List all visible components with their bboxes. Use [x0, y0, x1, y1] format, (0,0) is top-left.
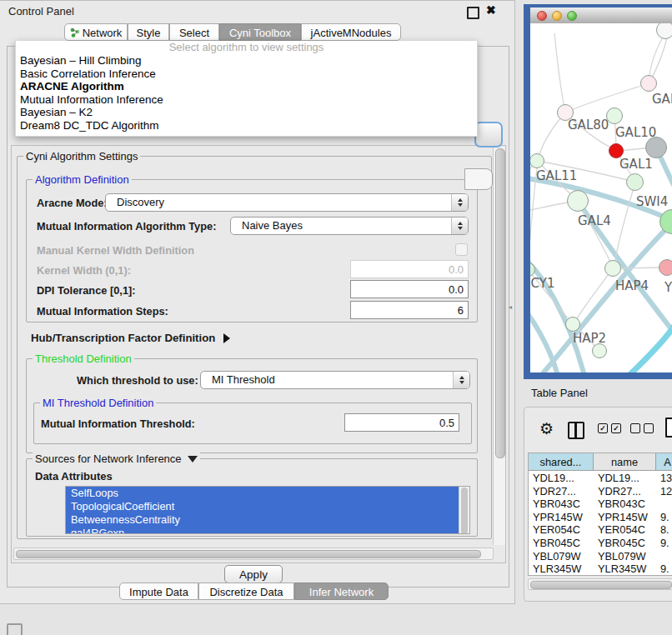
node-green-gal1-below[interactable] [626, 173, 644, 191]
settings-horizontal-scrollbar[interactable] [13, 548, 494, 560]
node-label: GAL10 [615, 125, 656, 140]
table-row[interactable]: YDR27... YDR27... 12 [529, 485, 672, 498]
kernel-width-input[interactable] [350, 260, 469, 278]
control-panel-title: Control Panel [8, 5, 74, 18]
table-row[interactable]: YPR145W YPR145W 9. [529, 511, 672, 524]
node-hap4[interactable] [604, 260, 621, 277]
apply-button[interactable]: Apply [224, 565, 283, 583]
table-horizontal-scrollbar[interactable] [528, 578, 672, 590]
splitpane-handle-icon[interactable]: ◂ [509, 303, 512, 311]
tab-cyni-toolbox[interactable]: Cyni Toolbox [219, 23, 301, 41]
settings-hscroll-thumb[interactable] [16, 550, 481, 558]
float-window-icon[interactable] [467, 7, 479, 19]
list-vertical-scrollbar[interactable] [459, 487, 469, 533]
mi-threshold-group-title: MI Threshold Definition [40, 397, 156, 409]
node-hap2[interactable] [565, 317, 580, 332]
node-label: GAL [652, 92, 672, 107]
checked-checkbox-icon[interactable]: ✓ [598, 423, 608, 433]
table-hscroll-thumb[interactable] [530, 581, 672, 589]
tab-jactivemnodules[interactable]: jActiveMNodules [301, 23, 401, 41]
tab-impute-data[interactable]: Impute Data [119, 582, 198, 600]
settings-viewport: Cyni Algorithm Settings Algorithm Defini… [11, 145, 506, 563]
mi-steps-input[interactable] [350, 301, 469, 319]
stepper-arrows-icon [451, 194, 468, 211]
checked-checkbox-icon[interactable]: ✓ [611, 423, 621, 433]
threshold-definition-title: Threshold Definition [33, 352, 134, 365]
settings-vscroll-thumb[interactable] [495, 148, 505, 458]
list-item[interactable]: SelfLoops [66, 487, 469, 500]
node-salmon-right[interactable] [659, 259, 672, 276]
mi-type-combobox[interactable]: Naive Bayes [230, 217, 469, 235]
network-window-titlebar[interactable] [530, 8, 672, 24]
table-row[interactable]: YLR345W YLR345W 9. [529, 562, 672, 576]
stepper-arrows-icon [453, 372, 469, 388]
gear-icon[interactable]: ⚙ [539, 421, 554, 437]
unchecked-checkbox-icon[interactable] [630, 423, 640, 433]
which-threshold-label: Which threshold to use: [77, 374, 198, 387]
close-icon[interactable]: ✖ [486, 3, 496, 17]
dropdown-item[interactable]: Dream8 DC_TDC Algorithm [16, 119, 477, 132]
settings-vertical-scrollbar[interactable] [493, 147, 505, 545]
column-header-partial[interactable]: A [656, 453, 672, 471]
node-label: SWI4 [636, 194, 668, 209]
node-label: GAL1 [619, 157, 653, 172]
dropdown-item[interactable]: Bayesian – K2 [16, 106, 477, 119]
dpi-tolerance-label: DPI Tolerance [0,1]: [37, 284, 136, 297]
tab-infer-network[interactable]: Infer Network [294, 582, 389, 600]
list-item[interactable]: BetweennessCentrality [66, 513, 469, 527]
sources-title[interactable]: Sources for Network Inference [33, 452, 200, 465]
tab-network[interactable]: Network [64, 23, 128, 41]
dropdown-item[interactable]: Basic Correlation Inference [16, 68, 477, 81]
cyni-algorithm-settings-group: Cyni Algorithm Settings Algorithm Defini… [17, 156, 492, 539]
tab-select[interactable]: Select [169, 23, 219, 41]
algorithm-combobox-fragment[interactable] [474, 122, 503, 148]
node-label: GAL4 [578, 213, 611, 228]
list-item[interactable]: TopologicalCoefficient [66, 500, 469, 513]
node-label: HAP2 [573, 331, 606, 346]
node-gal4[interactable] [567, 190, 589, 212]
manual-kernel-checkbox[interactable] [455, 243, 468, 256]
network-canvas[interactable]: GAL GAL80 GAL10 GAL1 GAL11 GAL4 SWI4 GCY… [530, 23, 672, 372]
split-columns-icon[interactable] [568, 422, 584, 439]
sources-group: Sources for Network Inference Data Attri… [26, 458, 478, 537]
mi-threshold-input[interactable] [344, 413, 459, 432]
tab-discretize-data[interactable]: Discretize Data [198, 582, 294, 600]
cyni-algorithm-settings-title: Cyni Algorithm Settings [23, 150, 140, 162]
table-row[interactable]: YBR043C YBR043C [529, 498, 672, 511]
stepper-arrows-icon [451, 218, 468, 234]
algorithm-definition-group: Algorithm Definition Aracne Mode: Discov… [26, 179, 478, 322]
screen: Control Panel ✖ Network Style Select Cyn… [0, 0, 672, 635]
mi-threshold-group: MI Threshold Definition Mutual Informati… [33, 402, 472, 444]
minimized-panel-icon[interactable] [7, 623, 23, 635]
zoom-traffic-light[interactable] [567, 11, 577, 21]
table-panel-title: Table Panel [531, 387, 588, 399]
dropdown-item-selected[interactable]: ARACNE Algorithm [16, 80, 477, 93]
node-label: GAL80 [568, 118, 609, 132]
table-row[interactable]: YER054C YER054C 8. [529, 523, 672, 537]
kernel-width-label: Kernel Width (0,1): [37, 264, 131, 277]
table-row[interactable]: YDL19... YDL19... 13 [529, 472, 672, 485]
node-table: shared... name A YDL19... YDL19... 13 YD… [528, 452, 672, 576]
tab-style[interactable]: Style [128, 23, 169, 41]
table-row[interactable]: YBR045C YBR045C 9. [529, 537, 672, 550]
node-label: HAP4 [615, 278, 649, 293]
hub-expander[interactable]: Hub/Transcription Factor Definition [31, 332, 230, 344]
mi-type-value: Naive Bayes [231, 218, 468, 234]
which-threshold-combobox[interactable]: MI Threshold [200, 371, 470, 389]
node-unlabeled-top[interactable] [656, 23, 672, 39]
aracne-mode-label: Aracne Mode: [37, 197, 108, 209]
close-traffic-light[interactable] [537, 11, 547, 21]
table-row[interactable]: YBL079W YBL079W [529, 550, 672, 563]
unchecked-checkbox-icon[interactable] [644, 423, 654, 433]
dropdown-item[interactable]: Mutual Information Inference [16, 93, 477, 107]
algorithm-definition-title: Algorithm Definition [33, 173, 132, 186]
minimize-traffic-light[interactable] [552, 11, 562, 21]
aracne-mode-combobox[interactable]: Discovery [105, 193, 469, 212]
list-item[interactable]: gal4RGexp [66, 527, 469, 534]
dpi-tolerance-input[interactable] [350, 280, 469, 298]
dropdown-item[interactable]: Bayesian – Hill Climbing [16, 54, 477, 68]
column-header-name[interactable]: name [594, 453, 656, 471]
document-icon[interactable] [665, 418, 672, 438]
node-pink-top-right[interactable] [640, 75, 657, 92]
column-header-shared[interactable]: shared... [529, 453, 594, 471]
